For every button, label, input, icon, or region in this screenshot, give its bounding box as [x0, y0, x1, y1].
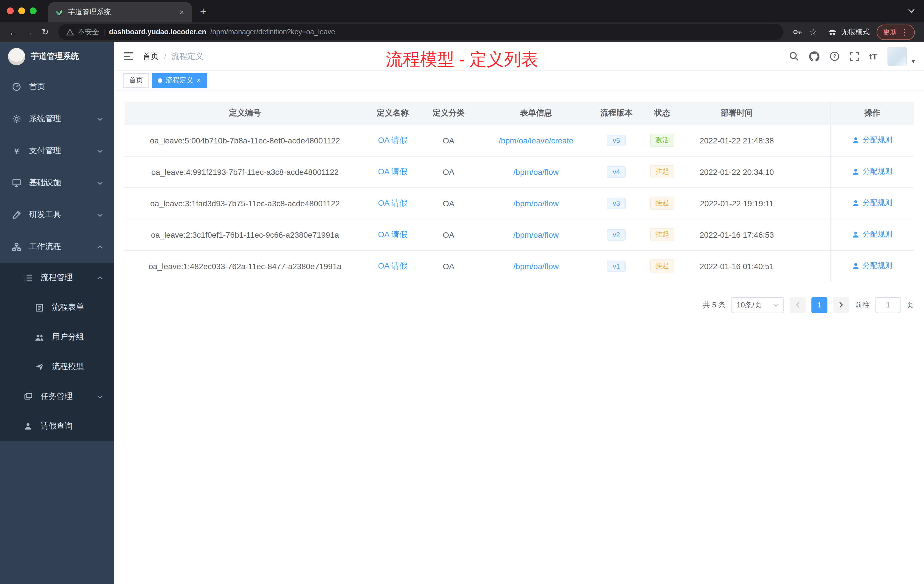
sidebar-item-system[interactable]: 系统管理: [0, 103, 114, 135]
definition-name-link[interactable]: OA 请假: [378, 167, 408, 176]
definition-name-link[interactable]: OA 请假: [378, 198, 408, 207]
col-definition-name: 定义名称: [365, 102, 420, 125]
layers-icon: [23, 393, 33, 401]
sidebar-logo[interactable]: 芋道管理系统: [0, 42, 114, 71]
table-row: oa_leave:1:482ec033-762a-11ec-8477-a2380…: [125, 250, 914, 282]
form-link[interactable]: /bpm/oa/flow: [513, 261, 559, 271]
svg-text:?: ?: [833, 53, 836, 59]
close-window-button[interactable]: [7, 7, 14, 14]
user-icon: [852, 231, 860, 238]
browser-menu-icon[interactable]: ⋮: [901, 27, 909, 36]
sidebar-item-payment[interactable]: ¥ 支付管理: [0, 135, 114, 167]
security-label[interactable]: 不安全: [78, 27, 99, 37]
user-icon: [852, 168, 860, 175]
avatar-caret-icon[interactable]: ▾: [912, 58, 915, 66]
chevron-up-icon: [97, 276, 103, 280]
definitions-table: 定义编号 定义名称 定义分类 表单信息 流程版本 状态 部署时间 操作: [125, 102, 914, 282]
monitor-icon: [12, 178, 22, 187]
sidebar-item-process-form[interactable]: 流程表单: [0, 292, 114, 322]
chevron-down-icon: [97, 394, 103, 399]
deploy-time-cell: 2022-01-22 19:19:11: [686, 187, 787, 219]
incognito-label: 无痕模式: [841, 27, 870, 37]
search-icon[interactable]: [789, 51, 799, 61]
fullscreen-icon[interactable]: [850, 52, 859, 61]
form-link[interactable]: /bpm/oa/flow: [513, 230, 559, 239]
sidebar-item-dev-tools[interactable]: 研发工具: [0, 199, 114, 231]
category-cell: OA: [420, 187, 477, 219]
zoom-window-button[interactable]: [30, 7, 36, 14]
url-field[interactable]: 不安全 | dashboard.yudao.iocoder.cn /bpm/ma…: [58, 24, 783, 40]
sidebar-item-process-model[interactable]: 流程模型: [0, 352, 114, 382]
version-tag: v3: [607, 198, 625, 209]
sidebar-item-workflow[interactable]: 工作流程: [0, 231, 114, 263]
page-number-button[interactable]: 1: [812, 297, 827, 313]
assign-rule-link[interactable]: 分配规则: [852, 167, 892, 177]
list-icon: [23, 274, 33, 281]
address-bar: ← → ↻ 不安全 | dashboard.yudao.iocoder.cn /…: [0, 22, 924, 42]
pagination: 共 5 条 10条/页 1 前往: [125, 297, 914, 313]
sidebar-item-process-management[interactable]: 流程管理: [0, 263, 114, 292]
url-separator: |: [103, 28, 105, 36]
font-size-icon[interactable]: tT: [870, 51, 878, 61]
minimize-window-button[interactable]: [18, 7, 25, 14]
breadcrumb-separator: /: [164, 52, 166, 61]
definition-name-link[interactable]: OA 请假: [378, 261, 408, 270]
version-tag: v2: [607, 229, 625, 240]
tab-search-chevron-icon[interactable]: [908, 8, 915, 13]
reload-button[interactable]: ↻: [38, 27, 53, 37]
hamburger-icon[interactable]: [124, 52, 134, 61]
tag-home[interactable]: 首页: [124, 73, 148, 88]
bookmark-star-icon[interactable]: ☆: [806, 27, 820, 37]
breadcrumb-home[interactable]: 首页: [143, 51, 159, 61]
person-icon: [23, 422, 33, 430]
page-size-select[interactable]: 10条/页: [731, 297, 784, 313]
sidebar-item-home[interactable]: 首页: [0, 71, 114, 103]
sidebar-item-task-management[interactable]: 任务管理: [0, 382, 114, 411]
form-link[interactable]: /bpm/oa/flow: [513, 199, 559, 208]
github-icon[interactable]: [809, 51, 820, 61]
prev-page-button[interactable]: [790, 297, 806, 313]
next-page-button[interactable]: [833, 297, 849, 313]
goto-page-input[interactable]: [875, 297, 901, 313]
user-icon: [852, 262, 860, 270]
definition-id-cell: oa_leave:1:482ec033-762a-11ec-8477-a2380…: [125, 250, 365, 282]
col-deploy-time: 部署时间: [686, 102, 787, 125]
assign-rule-link[interactable]: 分配规则: [852, 261, 892, 271]
form-link[interactable]: /bpm/oa/flow: [513, 167, 559, 176]
definition-id-cell: oa_leave:3:1fad3d93-7b75-11ec-a3c8-acde4…: [125, 187, 365, 219]
tab-strip: 芋道管理系统 × +: [0, 0, 924, 22]
password-key-icon[interactable]: [789, 27, 805, 36]
avatar[interactable]: [888, 46, 907, 66]
chevron-down-icon: [97, 149, 103, 153]
gear-icon: [12, 114, 22, 124]
assign-rule-link[interactable]: 分配规则: [852, 229, 892, 240]
user-icon: [852, 137, 860, 144]
chevron-up-icon: [97, 245, 103, 249]
sidebar-item-leave-query[interactable]: 请假查询: [0, 411, 114, 441]
forward-button[interactable]: →: [22, 27, 36, 37]
help-icon[interactable]: ?: [830, 51, 840, 61]
update-browser-button[interactable]: 更新 ⋮: [876, 24, 915, 40]
tab-close-icon[interactable]: ×: [178, 7, 185, 16]
table-row: oa_leave:4:991f2193-7b7f-11ec-a3c8-acde4…: [125, 156, 914, 187]
form-link[interactable]: /bpm/oa/leave/create: [498, 136, 573, 145]
table-header-row: 定义编号 定义名称 定义分类 表单信息 流程版本 状态 部署时间 操作: [125, 102, 914, 125]
status-tag: 挂起: [650, 196, 674, 210]
breadcrumb: 首页 / 流程定义: [143, 51, 203, 61]
warning-triangle-icon: [66, 28, 74, 36]
user-icon: [852, 200, 860, 207]
assign-rule-link[interactable]: 分配规则: [852, 198, 892, 208]
tag-process-definition[interactable]: 流程定义 ×: [152, 73, 206, 88]
back-button[interactable]: ←: [6, 27, 21, 37]
sidebar-item-infrastructure[interactable]: 基础设施: [0, 167, 114, 199]
status-tag: 激活: [650, 134, 674, 147]
assign-rule-link[interactable]: 分配规则: [852, 135, 892, 145]
tag-close-icon[interactable]: ×: [196, 77, 201, 84]
sidebar-item-user-group[interactable]: 用户分组: [0, 322, 114, 352]
deploy-time-cell: 2022-01-16 01:40:51: [686, 250, 787, 282]
definition-name-link[interactable]: OA 请假: [378, 229, 408, 239]
browser-tab[interactable]: 芋道管理系统 ×: [48, 2, 192, 22]
new-tab-button[interactable]: +: [200, 5, 206, 16]
definition-name-link[interactable]: OA 请假: [378, 135, 408, 144]
table-row: oa_leave:2:3c1f0ef1-76b1-11ec-9c66-a2380…: [125, 219, 914, 250]
